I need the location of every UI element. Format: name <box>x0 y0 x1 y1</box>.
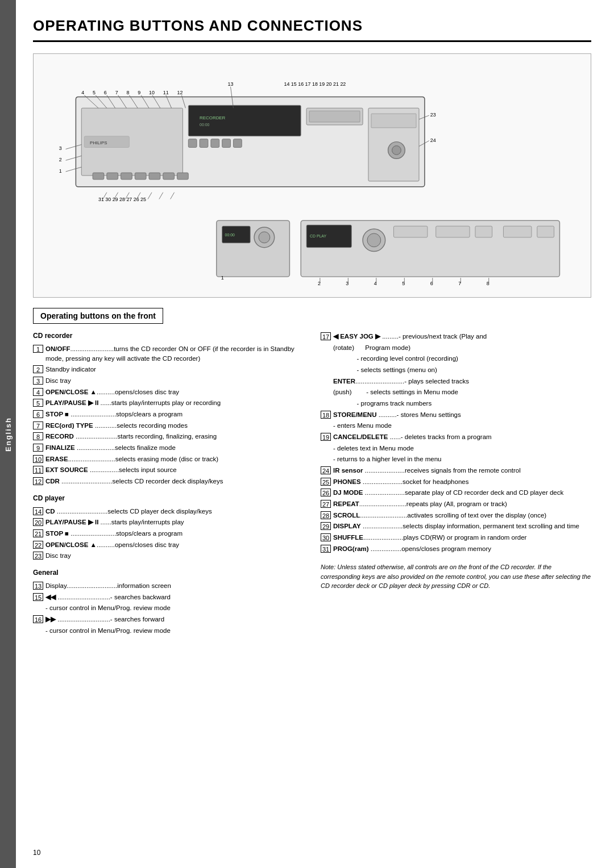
item-number: 5 <box>33 399 43 407</box>
item-description: DISPLAY ......................selects di… <box>333 521 579 531</box>
list-item: 17 ENTER...........................- pla… <box>321 377 591 386</box>
list-item: 9 FINALIZE .....................selects … <box>33 443 304 453</box>
item-number: 3 <box>33 377 43 385</box>
item-description: PLAY/PAUSE ▶ II ......starts play/interr… <box>45 398 221 408</box>
list-item: 10 ERASE..........................select… <box>33 454 304 464</box>
item-number: 6 <box>33 410 43 418</box>
device-illustration: PHILIPS RECORDER 00:00 <box>42 62 582 289</box>
item-number: 13 <box>33 582 43 590</box>
svg-rect-59 <box>121 173 132 180</box>
list-item: 15 ◀◀ .............................- sea… <box>33 592 304 602</box>
page-container: English OPERATING BUTTONS AND CONNECTION… <box>0 0 614 868</box>
svg-rect-60 <box>135 173 146 180</box>
item-sub: (push) - selects settings in Menu mode <box>321 387 591 397</box>
svg-rect-13 <box>309 111 360 122</box>
list-item: 19 CANCEL/DELETE ......- deletes tracks … <box>321 432 591 442</box>
svg-point-17 <box>392 146 401 155</box>
svg-rect-62 <box>163 173 175 180</box>
item-description: REPEAT..........................repeats … <box>333 499 507 509</box>
item-number: 8 <box>33 432 43 440</box>
list-item: 14 CD ............................select… <box>33 507 304 516</box>
list-item: 4 OPEN/CLOSE ▲..........opens/closes dis… <box>33 387 304 397</box>
svg-text:14 15 16 17 18 19 20 21 22: 14 15 16 17 18 19 20 21 22 <box>284 81 346 87</box>
list-item: 22 OPEN/CLOSE ▲..........opens/closes di… <box>33 540 304 550</box>
svg-text:2: 2 <box>59 157 62 162</box>
item-description: ▶▶ .............................- search… <box>45 615 164 624</box>
list-item: 11 EXT SOURCE ................selects in… <box>33 465 304 475</box>
cd-player-title: CD player <box>33 494 304 502</box>
svg-text:24: 24 <box>430 137 436 143</box>
list-item: 13 Display............................in… <box>33 581 304 591</box>
page-title: OPERATING BUTTONS AND CONNECTIONS <box>33 17 591 42</box>
col-left: CD recorder 1 ON/OFF....................… <box>33 332 304 637</box>
svg-point-74 <box>367 233 381 247</box>
list-item: 7 REC(ord) TYPE ............selects reco… <box>33 421 304 431</box>
item-description: CDR ............................selects … <box>45 477 223 486</box>
svg-text:31 30 29 28 27 26 25: 31 30 29 28 27 26 25 <box>98 197 146 202</box>
item-number: 1 <box>33 345 43 353</box>
item-description: STORE/MENU ..........- stores Menu setti… <box>333 410 461 420</box>
item-number: 20 <box>33 518 43 526</box>
list-item: 12 CDR ............................selec… <box>33 477 304 486</box>
list-item: 27 REPEAT..........................repea… <box>321 499 591 509</box>
item-description: EXT SOURCE ................selects input… <box>45 465 177 475</box>
item-number: 12 <box>33 477 43 485</box>
svg-text:00:00: 00:00 <box>200 123 209 127</box>
svg-text:11: 11 <box>163 90 169 95</box>
svg-rect-57 <box>93 173 104 180</box>
svg-text:4: 4 <box>81 90 84 95</box>
svg-line-55 <box>159 193 163 199</box>
item-number: 23 <box>33 552 43 560</box>
list-item: 3 Disc tray <box>33 376 304 386</box>
svg-text:6: 6 <box>104 90 107 95</box>
cd-recorder-title: CD recorder <box>33 332 304 340</box>
svg-rect-58 <box>107 173 118 180</box>
item-description: IR sensor ......................receives… <box>333 466 521 475</box>
svg-rect-78 <box>503 226 531 237</box>
side-tab: English <box>0 0 16 868</box>
item-description: STOP ■ .........................stops/cl… <box>45 529 182 539</box>
svg-line-56 <box>171 193 175 199</box>
svg-rect-9 <box>211 139 219 148</box>
item-description: ERASE..........................selects e… <box>45 454 218 464</box>
item-description: ◀◀ .............................- search… <box>45 592 171 602</box>
svg-text:10: 10 <box>149 90 155 95</box>
item-description: PHONES ......................socket for … <box>333 477 468 487</box>
page-number: 10 <box>33 849 40 857</box>
item-sub: - returns to a higher level in the menu <box>321 454 591 464</box>
note-text: Note: Unless stated otherwise, all contr… <box>321 562 591 591</box>
svg-rect-8 <box>200 139 208 148</box>
item-description: ON/OFF........................turns the … <box>45 344 304 363</box>
svg-text:12: 12 <box>177 90 183 95</box>
svg-text:1: 1 <box>59 168 62 174</box>
item-description: Standby indicator <box>45 365 96 374</box>
item-number: 19 <box>321 433 331 441</box>
list-item: 30 SHUFFLE......................plays CD… <box>321 533 591 542</box>
svg-text:8: 8 <box>126 90 129 95</box>
item-number: 7 <box>33 422 43 429</box>
item-number: 17 <box>321 332 331 340</box>
svg-rect-4 <box>188 105 301 136</box>
side-tab-label: English <box>4 417 13 452</box>
item-sub: - programs track numbers <box>321 399 591 408</box>
item-description: RECORD .......................starts rec… <box>45 432 217 441</box>
item-sub: - cursor control in Menu/Prog. review mo… <box>33 603 304 613</box>
list-item: 28 SCROLL..........................activ… <box>321 511 591 520</box>
list-item: 16 ▶▶ .............................- sea… <box>33 615 304 624</box>
list-item: 26 DJ MODE ......................separat… <box>321 488 591 498</box>
item-description: ◀ EASY JOG ▶ .........- previous/next tr… <box>333 332 487 341</box>
item-number: 16 <box>33 615 43 623</box>
svg-text:9: 9 <box>138 90 140 95</box>
svg-rect-63 <box>177 173 189 180</box>
item-description: REC(ord) TYPE ............selects record… <box>45 421 188 431</box>
svg-rect-11 <box>233 139 242 148</box>
item-description: PLAY/PAUSE ▶ II ......starts play/interr… <box>45 518 184 527</box>
item-number: 18 <box>321 411 331 419</box>
descriptions-container: CD recorder 1 ON/OFF....................… <box>33 332 591 637</box>
item-description: Disc tray <box>45 551 71 561</box>
item-number: 26 <box>321 489 331 496</box>
svg-rect-7 <box>188 139 197 148</box>
svg-point-68 <box>259 232 270 243</box>
list-item: 21 STOP ■ .........................stops… <box>33 529 304 539</box>
list-item: 23 Disc tray <box>33 551 304 561</box>
